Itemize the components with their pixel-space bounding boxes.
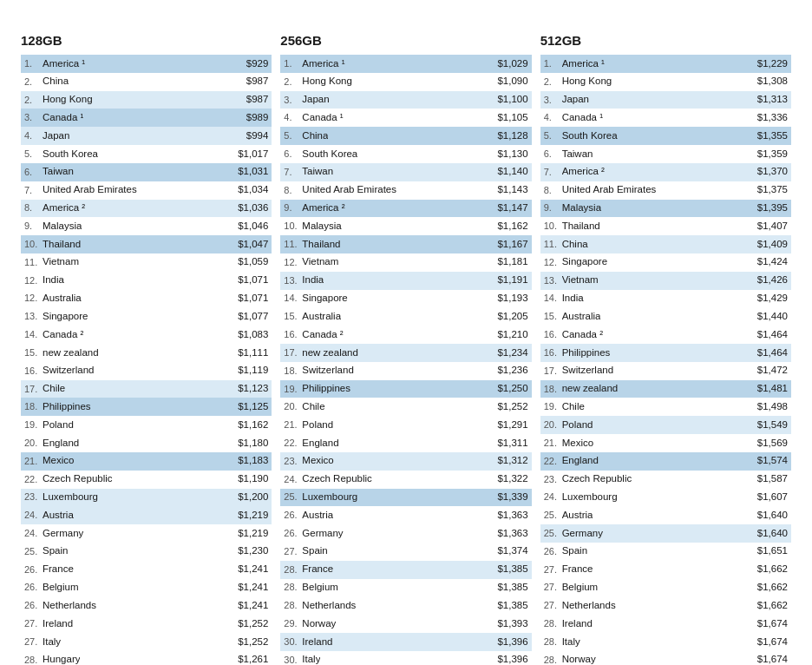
list-item: 24.Austria$1,219: [21, 506, 272, 524]
list-item: 17.Chile$1,123: [21, 380, 272, 398]
rank-label: 25.: [544, 508, 560, 523]
rank-label: 2.: [284, 75, 299, 89]
country-name: America ²: [43, 201, 85, 216]
rank-label: 3.: [24, 110, 40, 125]
country-price: $1,440: [757, 309, 788, 325]
list-item: 6.South Korea$1,130: [280, 145, 531, 163]
list-item: 25.Austria$1,640: [540, 506, 791, 524]
country-name: Malaysia: [562, 201, 601, 216]
country-name: Vietnam: [562, 273, 599, 288]
list-item: 15.Australia$1,205: [280, 307, 531, 326]
country-name: China: [43, 74, 69, 89]
list-item: 27.Netherlands$1,662: [540, 596, 791, 615]
list-item: 16.Switzerland$1,119: [21, 362, 272, 380]
country-name: new zealand: [302, 346, 358, 361]
country-name: Philippines: [43, 399, 91, 415]
country-name: new zealand: [562, 381, 619, 397]
country-name: Canada ¹: [43, 110, 83, 126]
country-name: America ¹: [302, 56, 344, 72]
rank-label: 11.: [544, 237, 560, 252]
rank-label: 28.: [284, 563, 299, 577]
list-item: 27.Belgium$1,662: [540, 579, 791, 597]
country-price: $1,336: [757, 110, 788, 126]
column-header-2: 512GB: [540, 33, 791, 49]
rank-label: 18.: [284, 364, 299, 379]
list-item: 7.America ²$1,370: [540, 163, 791, 181]
rank-label: 5.: [544, 128, 560, 143]
country-price: $1,241: [238, 598, 268, 614]
country-name: Hungary: [43, 652, 80, 665]
country-price: $1,147: [497, 201, 527, 216]
list-item: 9.America ²$1,147: [280, 200, 531, 218]
country-price: $1,111: [238, 346, 268, 361]
country-name: Belgium: [43, 580, 79, 596]
country-name: Switzerland: [302, 363, 353, 379]
rank-label: 14.: [544, 291, 560, 306]
column-0: 128GB1.America ¹$9292.China$9872.Hong Ko…: [21, 33, 272, 665]
country-price: $1,385: [497, 598, 527, 614]
country-price: $1,241: [238, 580, 268, 596]
list-item: 8.America ²$1,036: [21, 200, 272, 218]
country-price: $1,640: [757, 526, 788, 542]
list-item: 8.United Arab Emirates$1,375: [540, 181, 791, 200]
rank-label: 24.: [284, 472, 299, 487]
list-item: 25.Spain$1,230: [21, 543, 272, 561]
country-price: $1,322: [497, 471, 527, 487]
country-name: Chile: [562, 399, 585, 415]
country-price: $1,090: [497, 74, 527, 89]
country-name: Vietnam: [43, 254, 79, 270]
country-price: $1,181: [497, 254, 527, 270]
country-name: America ¹: [43, 56, 85, 72]
rank-label: 27.: [24, 635, 40, 649]
rank-label: 26.: [24, 598, 40, 613]
country-price: $1,375: [757, 182, 788, 198]
list-item: 5.China$1,128: [280, 127, 531, 145]
country-name: England: [43, 436, 79, 451]
country-name: Singapore: [562, 254, 607, 270]
rank-label: 7.: [544, 165, 560, 180]
country-price: $1,252: [238, 616, 268, 632]
rank-label: 22.: [284, 436, 299, 451]
country-price: $1,291: [497, 418, 527, 433]
list-item: 13.India$1,191: [280, 272, 531, 290]
country-price: $1,234: [497, 346, 527, 361]
country-name: Thailand: [302, 237, 340, 253]
country-name: France: [562, 562, 593, 577]
country-name: America ²: [562, 164, 605, 180]
country-price: $1,034: [238, 182, 268, 198]
rank-label: 7.: [284, 165, 299, 180]
rank-label: 17.: [284, 346, 299, 360]
country-name: Netherlands: [43, 598, 96, 614]
rank-label: 22.: [24, 472, 40, 487]
list-item: 27.Ireland$1,252: [21, 615, 272, 633]
country-name: Mexico: [302, 453, 333, 469]
country-price: $1,363: [497, 508, 527, 523]
list-item: 10.Thailand$1,407: [540, 217, 791, 235]
list-item: 21.Mexico$1,569: [540, 434, 791, 452]
list-item: 5.South Korea$1,017: [21, 145, 272, 163]
rank-label: 21.: [24, 454, 40, 469]
list-item: 12.Australia$1,071: [21, 290, 272, 308]
rank-label: 6.: [24, 165, 40, 180]
country-price: $1,359: [757, 147, 788, 162]
country-name: India: [43, 273, 64, 288]
rank-label: 8.: [544, 183, 560, 198]
country-name: Belgium: [562, 580, 599, 596]
list-item: 17.new zealand$1,234: [280, 344, 531, 362]
column-header-0: 128GB: [21, 33, 272, 49]
country-name: Italy: [562, 635, 580, 650]
rank-label: 11.: [24, 255, 40, 270]
rank-label: 27.: [284, 544, 299, 559]
rank-label: 10.: [24, 237, 40, 252]
list-item: 26.Spain$1,651: [540, 543, 791, 561]
country-name: Belgium: [302, 580, 338, 596]
country-price: $1,472: [757, 363, 788, 379]
rank-label: 19.: [544, 399, 560, 414]
country-name: Canada ²: [302, 327, 343, 343]
list-item: 2.Hong Kong$1,090: [280, 73, 531, 91]
country-name: Spain: [43, 543, 68, 559]
list-item: 16.Canada ²$1,464: [540, 326, 791, 344]
country-name: Poland: [562, 418, 593, 433]
list-item: 15.new zealand$1,111: [21, 344, 272, 362]
country-name: Germany: [43, 526, 83, 542]
